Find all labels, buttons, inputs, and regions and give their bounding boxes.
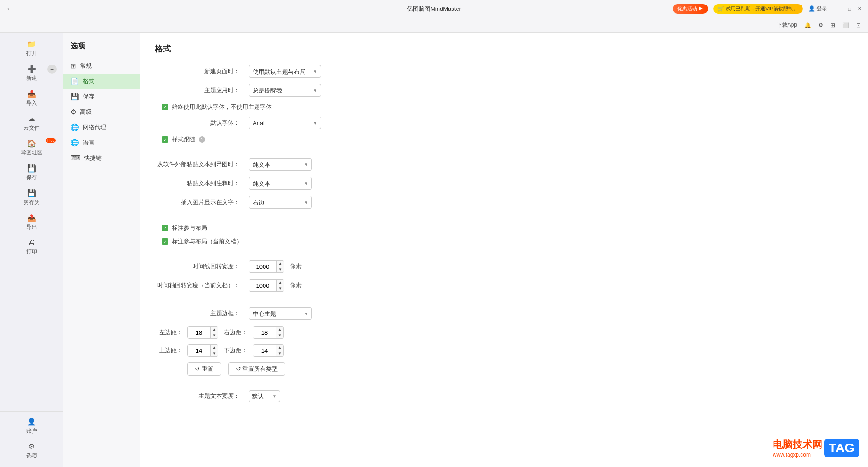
timeline-width-input[interactable] bbox=[249, 261, 276, 272]
paste-external-select-wrapper: 纯文本 ▼ bbox=[249, 158, 312, 171]
topic-text-width-select[interactable]: 默认 bbox=[249, 390, 280, 402]
sidebar-item-import[interactable]: 📥 导入 bbox=[0, 86, 63, 111]
topic-border-select[interactable]: 中心主题 bbox=[249, 307, 312, 320]
options-nav-shortcuts[interactable]: ⌨ 快捷键 bbox=[63, 150, 140, 166]
paste-to-note-select[interactable]: 纯文本 bbox=[249, 177, 312, 190]
topic-border-row: 主题边框： 中心主题 ▼ bbox=[155, 307, 854, 320]
left-margin-up[interactable]: ▲ bbox=[211, 327, 218, 332]
titlebar-right: 优惠活动 ▶ 🛒 试用已到期，开通VIP解锁限制。 👤 登录 － □ ✕ bbox=[673, 4, 863, 14]
default-font-label: 默认字体： bbox=[155, 119, 245, 127]
sidebar-item-new[interactable]: ➕ 新建 + bbox=[0, 61, 63, 86]
sidebar-item-community[interactable]: 🏠 导图社区 Hot bbox=[0, 135, 63, 160]
snap-layout-row: ✓ 标注参与布局 bbox=[158, 224, 854, 232]
add-button[interactable]: + bbox=[47, 65, 57, 74]
top-margin-input[interactable] bbox=[188, 345, 210, 356]
paste-external-select[interactable]: 纯文本 bbox=[249, 158, 312, 171]
font-select[interactable]: Arial bbox=[249, 117, 321, 129]
sidebar-label-print: 打印 bbox=[26, 248, 37, 256]
always-use-font-label: 始终使用此默认字体，不使用主题字体 bbox=[172, 103, 272, 111]
new-page-select-wrapper: 使用默认主题与布局 ▼ bbox=[249, 65, 321, 78]
right-margin-input[interactable] bbox=[253, 327, 276, 338]
options-nav-format[interactable]: 📄 格式 bbox=[63, 74, 140, 89]
options-icon: ⚙ bbox=[28, 442, 35, 451]
timeline-current-up[interactable]: ▲ bbox=[277, 280, 284, 285]
format-nav-label: 格式 bbox=[83, 77, 94, 85]
community-icon: 🏠 bbox=[27, 139, 36, 148]
sidebar-item-cloud[interactable]: ☁ 云文件 bbox=[0, 111, 63, 135]
sidebar-item-options[interactable]: ⚙ 选项 bbox=[0, 439, 63, 463]
trial-button[interactable]: 🛒 试用已到期，开通VIP解锁限制。 bbox=[713, 4, 803, 14]
bottom-margin-label: 下边距： bbox=[224, 346, 247, 355]
snap-layout-current-row: ✓ 标注参与布局（当前文档） bbox=[158, 238, 854, 246]
style-follow-checkbox[interactable]: ✓ bbox=[162, 136, 168, 143]
bottom-margin-input[interactable] bbox=[253, 345, 276, 356]
top-margin-down[interactable]: ▼ bbox=[211, 350, 218, 356]
style-follow-help-icon[interactable]: ? bbox=[199, 136, 205, 143]
watermark-site: 电脑技术网 bbox=[773, 438, 822, 452]
theme-apply-select[interactable]: 总是提醒我 bbox=[249, 84, 321, 97]
options-nav-advanced[interactable]: ⚙ 高级 bbox=[63, 104, 140, 120]
left-margin-input[interactable] bbox=[188, 327, 210, 338]
timeline-current-label: 时间轴回转宽度（当前文档）： bbox=[155, 281, 245, 290]
right-margin-up[interactable]: ▲ bbox=[276, 327, 283, 332]
download-app-link[interactable]: 下载App bbox=[777, 21, 797, 29]
general-nav-label: 常规 bbox=[80, 62, 92, 70]
timeline-width-up[interactable]: ▲ bbox=[277, 261, 284, 266]
font-select-wrapper: Arial ▼ bbox=[249, 117, 321, 129]
close-button[interactable]: ✕ bbox=[856, 6, 863, 12]
image-position-label: 插入图片显示在文字： bbox=[155, 198, 245, 206]
bottom-margin-down[interactable]: ▼ bbox=[276, 350, 283, 356]
right-margin-down[interactable]: ▼ bbox=[276, 332, 283, 338]
sidebar-item-account[interactable]: 👤 账户 bbox=[0, 414, 63, 439]
left-margin-down[interactable]: ▼ bbox=[211, 332, 218, 338]
minimize-button[interactable]: － bbox=[836, 6, 843, 12]
back-button[interactable]: ← bbox=[5, 4, 14, 14]
snap-layout-checkbox[interactable]: ✓ bbox=[162, 225, 168, 231]
new-page-select[interactable]: 使用默认主题与布局 bbox=[249, 65, 321, 78]
settings-icon[interactable]: ⚙ bbox=[818, 22, 823, 28]
theme-apply-row: 主题应用时： 总是提醒我 ▼ bbox=[155, 84, 854, 97]
login-button[interactable]: 👤 登录 bbox=[808, 5, 827, 13]
timeline-width-spinners: ▲ ▼ bbox=[276, 261, 284, 272]
options-nav-language[interactable]: 🌐 语言 bbox=[63, 135, 140, 150]
maximize-button[interactable]: □ bbox=[846, 6, 853, 12]
timeline-current-input[interactable] bbox=[249, 280, 276, 291]
topic-text-width-label: 主题文本宽度： bbox=[155, 392, 245, 400]
advanced-nav-label: 高级 bbox=[80, 108, 92, 116]
snap-layout-current-checkbox[interactable]: ✓ bbox=[162, 238, 168, 245]
theme-apply-select-wrapper: 总是提醒我 ▼ bbox=[249, 84, 321, 97]
options-nav-save[interactable]: 💾 保存 bbox=[63, 89, 140, 104]
new-page-row: 新建页面时： 使用默认主题与布局 ▼ bbox=[155, 65, 854, 78]
sidebar-item-saveas[interactable]: 💾 另存为 bbox=[0, 185, 63, 210]
reset-all-button[interactable]: ↺ 重置所有类型 bbox=[228, 362, 286, 376]
bottom-margin-spinners: ▲ ▼ bbox=[276, 345, 283, 356]
sidebar-item-save[interactable]: 💾 保存 bbox=[0, 160, 63, 185]
sidebar-item-print[interactable]: 🖨 打印 bbox=[0, 235, 63, 259]
timeline-current-input-wrapper: ▲ ▼ bbox=[249, 279, 284, 292]
sidebar-label-options: 选项 bbox=[26, 452, 37, 460]
timeline-width-down[interactable]: ▼ bbox=[277, 266, 284, 272]
options-nav-general[interactable]: ⊞ 常规 bbox=[63, 58, 140, 74]
default-font-row: 默认字体： Arial ▼ bbox=[155, 117, 854, 129]
sidebar-label-account: 账户 bbox=[26, 427, 37, 435]
image-position-select[interactable]: 右边 bbox=[249, 196, 312, 209]
options-nav-proxy[interactable]: 🌐 网络代理 bbox=[63, 120, 140, 135]
grid-icon[interactable]: ⊞ bbox=[830, 22, 835, 28]
sidebar-label-community: 导图社区 bbox=[21, 149, 42, 157]
sidebar-item-export[interactable]: 📤 导出 bbox=[0, 210, 63, 235]
sidebar-item-open[interactable]: 📁 打开 bbox=[0, 36, 63, 61]
sidebar-label-open: 打开 bbox=[26, 50, 37, 57]
layout-icon[interactable]: ⊡ bbox=[856, 22, 861, 28]
window-icon[interactable]: ⬜ bbox=[842, 22, 849, 28]
shortcuts-nav-label: 快捷键 bbox=[84, 154, 102, 162]
bottom-margin-up[interactable]: ▲ bbox=[276, 345, 283, 350]
timeline-current-spinners: ▲ ▼ bbox=[276, 280, 284, 291]
reset-button[interactable]: ↺ 重置 bbox=[187, 362, 221, 376]
promo-button[interactable]: 优惠活动 ▶ bbox=[673, 4, 708, 14]
notification-icon[interactable]: 🔔 bbox=[804, 22, 811, 28]
top-margin-up[interactable]: ▲ bbox=[211, 345, 218, 350]
right-margin-spinners: ▲ ▼ bbox=[276, 327, 283, 338]
bottom-margin-input-wrapper: ▲ ▼ bbox=[253, 344, 284, 357]
timeline-current-down[interactable]: ▼ bbox=[277, 285, 284, 291]
always-use-font-checkbox[interactable]: ✓ bbox=[162, 104, 168, 110]
